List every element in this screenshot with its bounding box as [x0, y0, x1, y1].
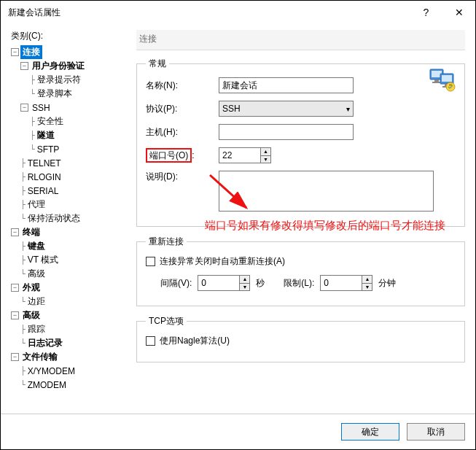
cancel-button[interactable]: 取消	[407, 423, 465, 441]
legend-tcp: TCP选项	[146, 315, 187, 327]
group-general: 常规 名称(N): 协议(P): SSH ▾ 主机(H): 端口号(O):	[136, 58, 465, 227]
tree-trace[interactable]: 跟踪	[26, 322, 47, 336]
tree-advanced[interactable]: 高级	[26, 267, 47, 281]
titlebar: 新建会话属性 ? ✕	[1, 1, 475, 24]
limit-input[interactable]	[321, 276, 362, 290]
label-host: 主机(H):	[146, 126, 219, 139]
tree-security[interactable]: 安全性	[35, 115, 66, 128]
nagle-checkbox[interactable]	[146, 336, 155, 346]
tree-serial[interactable]: SERIAL	[26, 185, 61, 197]
tree-proxy[interactable]: 代理	[26, 198, 47, 212]
name-input[interactable]	[219, 77, 354, 93]
port-input[interactable]	[219, 148, 260, 163]
interval-spinner[interactable]: ▲▼	[198, 275, 250, 291]
spin-down-icon[interactable]: ▼	[240, 284, 249, 291]
tree-ssh[interactable]: SSH	[30, 102, 52, 114]
button-bar: 确定 取消	[341, 423, 465, 441]
tree-log[interactable]: 日志记录	[26, 336, 65, 350]
reconnect-checkbox[interactable]	[146, 257, 155, 266]
nagle-label: 使用Nagle算法(U)	[160, 335, 230, 347]
tree-keyboard[interactable]: 键盘	[26, 239, 47, 253]
ok-button[interactable]: 确定	[341, 423, 399, 441]
tree-advanced2[interactable]: 高级	[20, 309, 42, 322]
spin-down-icon[interactable]: ▼	[261, 156, 270, 163]
spin-up-icon[interactable]: ▲	[261, 148, 270, 156]
reconnect-label: 连接异常关闭时自动重新连接(A)	[160, 255, 285, 268]
category-tree: −连接 −用户身份验证 ├登录提示符 └登录脚本 −SSH ├安全性 ├隧道 └…	[11, 45, 125, 392]
window-title: 新建会话属性	[8, 7, 410, 19]
tree-vt[interactable]: VT 模式	[26, 253, 61, 267]
tree-xymodem[interactable]: X/YMODEM	[26, 365, 77, 377]
label-sec: 秒	[256, 277, 265, 290]
label-interval: 间隔(V):	[160, 277, 192, 290]
port-spinner[interactable]: ▲▼	[219, 147, 271, 163]
tree-sftp[interactable]: SFTP	[35, 144, 62, 155]
tree-margin[interactable]: 边距	[26, 295, 47, 309]
protocol-value: SSH	[222, 104, 241, 114]
spin-up-icon[interactable]: ▲	[362, 276, 372, 284]
tree-zmodem[interactable]: ZMODEM	[26, 379, 69, 391]
protocol-select[interactable]: SSH ▾	[219, 101, 354, 117]
close-button[interactable]: ✕	[442, 1, 475, 24]
legend-general: 常规	[146, 58, 169, 70]
label-desc: 说明(D):	[146, 171, 219, 183]
spin-up-icon[interactable]: ▲	[240, 276, 249, 284]
category-label: 类别(C):	[11, 30, 125, 42]
tree-telnet[interactable]: TELNET	[26, 158, 63, 169]
tree-login-prompt[interactable]: 登录提示符	[35, 73, 83, 87]
tree-rlogin[interactable]: RLOGIN	[26, 171, 63, 183]
tree-toggle[interactable]: −	[11, 228, 19, 236]
tree-terminal[interactable]: 终端	[20, 225, 42, 239]
tree-keepalive[interactable]: 保持活动状态	[26, 212, 82, 225]
tree-toggle[interactable]: −	[20, 104, 28, 112]
limit-spinner[interactable]: ▲▼	[320, 275, 372, 291]
tree-toggle[interactable]: −	[11, 311, 19, 319]
tree-toggle[interactable]: −	[11, 353, 19, 361]
label-min: 分钟	[378, 277, 396, 290]
spin-down-icon[interactable]: ▼	[362, 284, 372, 291]
label-port: 端口号(O):	[146, 150, 219, 162]
label-protocol: 协议(P):	[146, 103, 219, 115]
host-input[interactable]	[219, 124, 354, 140]
tree-tunnel[interactable]: 隧道	[35, 128, 57, 142]
tree-toggle[interactable]: −	[20, 62, 28, 70]
category-pane: 类别(C): −连接 −用户身份验证 ├登录提示符 └登录脚本 −SSH ├安全…	[1, 24, 132, 411]
legend-reconnect: 重新连接	[146, 236, 187, 248]
tree-toggle[interactable]: −	[11, 48, 19, 56]
panel-title: 连接	[136, 30, 465, 50]
tree-auth[interactable]: 用户身份验证	[30, 59, 87, 73]
tree-login-script[interactable]: 登录脚本	[35, 87, 74, 101]
tree-appearance[interactable]: 外观	[20, 281, 42, 295]
group-tcp: TCP选项 使用Nagle算法(U)	[136, 315, 465, 362]
desc-textarea[interactable]	[219, 171, 434, 212]
label-name: 名称(N):	[146, 79, 219, 92]
group-reconnect: 重新连接 连接异常关闭时自动重新连接(A) 间隔(V): ▲▼ 秒 限制(L):…	[136, 236, 465, 306]
tree-connection[interactable]: 连接	[20, 45, 42, 59]
settings-pane: 连接 常规 名称(N): 协议(P)	[132, 24, 475, 411]
tree-filetransfer[interactable]: 文件传输	[20, 350, 60, 364]
help-button[interactable]: ?	[410, 1, 442, 24]
interval-input[interactable]	[198, 276, 239, 290]
tree-toggle[interactable]: −	[11, 284, 19, 292]
chevron-down-icon: ▾	[346, 105, 353, 113]
label-limit: 限制(L):	[284, 277, 314, 290]
